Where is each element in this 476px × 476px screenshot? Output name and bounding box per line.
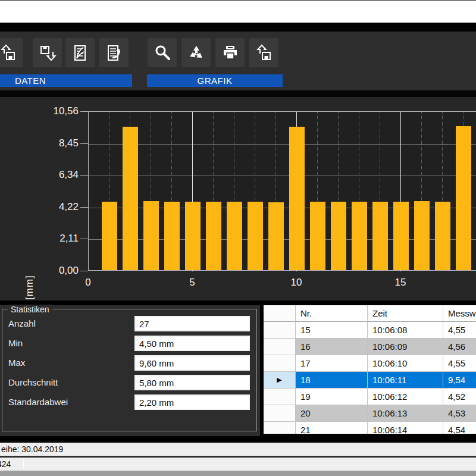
table-row[interactable]: ▶1810:06:119,54 [264, 372, 476, 389]
table-row[interactable]: 1510:06:084,55 [264, 322, 476, 339]
series-date-text: eihe: 30.04.2019 [1, 444, 63, 454]
chart-bar [289, 127, 305, 270]
status-separator [23, 459, 24, 469]
statistic-row: Durchschnitt [2, 375, 258, 390]
row-selector-cell[interactable] [264, 422, 296, 434]
y-tick-mark [80, 143, 88, 144]
statistic-row: Anzahl [2, 316, 258, 331]
chart-bar [185, 202, 201, 270]
row-selector-cell[interactable] [264, 322, 296, 339]
chart-bar [372, 202, 388, 270]
row-selector-cell[interactable] [264, 405, 296, 422]
table-cell: 10:06:14 [368, 422, 443, 434]
table-cell: 15 [296, 322, 368, 339]
statistic-value-field[interactable] [134, 355, 250, 371]
y-tick-mark [80, 175, 88, 176]
table-column-header[interactable]: Messwert [443, 305, 476, 322]
table-cell: 10:06:12 [368, 389, 443, 405]
device-text: 424 [0, 459, 11, 469]
row-selector-cell[interactable]: ▶ [264, 372, 296, 389]
recycle-icon [187, 43, 206, 62]
window-bottom-border [0, 471, 476, 476]
y-tick-mark [80, 271, 88, 271]
status-separator [64, 444, 64, 454]
toolbar: DATEN GRAFIK [0, 32, 476, 90]
chart-bar [352, 202, 367, 270]
export-data-button[interactable] [99, 38, 129, 67]
load-data-button[interactable] [0, 38, 23, 67]
row-selector-cell[interactable] [264, 389, 296, 405]
row-selector-cell[interactable] [264, 339, 296, 355]
statistics-groupbox: Statistiken AnzahlMinMaxDurchschnittStan… [2, 309, 257, 431]
chart-bar [268, 202, 284, 270]
chart-bar [248, 202, 263, 270]
chart-bar [310, 202, 325, 270]
table-cell: 17 [296, 355, 368, 372]
bottom-section: Statistiken AnzahlMinMaxDurchschnittStan… [0, 300, 476, 441]
status-bar-series: eihe: 30.04.2019 [0, 443, 476, 456]
print-button[interactable] [215, 38, 245, 67]
table-column-header[interactable]: Nr. [296, 305, 368, 322]
statistic-value-field[interactable] [134, 316, 250, 331]
measurement-chart: [mm] 0,002,114,226,348,4510,56051015 [0, 97, 476, 300]
table-row[interactable]: 2010:06:134,53 [264, 405, 476, 422]
statistics-title: Statistiken [8, 305, 52, 314]
statistic-row: Max [2, 355, 258, 371]
table-cell: 4,53 [443, 405, 476, 422]
table-cell: 4,54 [443, 422, 476, 434]
save-graphic-button[interactable] [249, 38, 278, 67]
zoom-button[interactable] [148, 38, 177, 67]
statistics-panel: Statistiken AnzahlMinMaxDurchschnittStan… [0, 305, 260, 436]
statistic-value-field[interactable] [134, 394, 250, 410]
statistic-label: Durchschnitt [8, 377, 58, 387]
table-cell: 19 [296, 389, 368, 405]
x-tick-label: 15 [386, 277, 415, 289]
chart-bar [206, 202, 221, 270]
table-cell: 4,52 [443, 389, 476, 405]
statistic-label: Min [8, 338, 23, 348]
chart-bar [393, 202, 409, 270]
table-cell: 4,56 [443, 339, 476, 355]
table-row[interactable]: 2110:06:144,54 [264, 422, 476, 434]
table-row[interactable]: 1910:06:124,52 [264, 389, 476, 405]
table-corner-header[interactable] [264, 305, 296, 322]
y-tick-label: 2,11 [48, 233, 79, 245]
y-tick-label: 6,34 [48, 169, 79, 181]
row-selector-cell[interactable] [264, 355, 296, 372]
separator [0, 23, 476, 32]
table-cell: 16 [296, 339, 368, 355]
delete-data-button[interactable] [65, 38, 95, 67]
statistic-value-field[interactable] [134, 375, 250, 390]
statistic-row: Min [2, 336, 258, 351]
menu-strip [0, 1, 476, 23]
separator [0, 90, 476, 97]
x-tick-label: 5 [177, 277, 207, 289]
statistic-label: Standardabwei [8, 397, 68, 407]
chart-bar [143, 201, 159, 270]
y-gridline [89, 176, 476, 176]
table-row[interactable]: 1710:06:104,55 [264, 355, 476, 372]
chart-bar [435, 202, 450, 270]
toolbar-group-label-grafik: GRAFIK [147, 74, 283, 87]
x-tick-label: 0 [73, 277, 103, 289]
table-cell: 10:06:11 [368, 372, 443, 389]
table-cell: 10:06:08 [368, 322, 443, 339]
document-arrow-icon [105, 43, 124, 62]
document-swoosh-icon [71, 43, 90, 62]
chart-bar [102, 202, 117, 270]
measurement-table: Nr.ZeitMesswert1510:06:084,551610:06:094… [264, 305, 476, 434]
chart-plot-area [88, 111, 476, 271]
statistic-value-field[interactable] [134, 336, 250, 351]
table-column-header[interactable]: Zeit [368, 305, 443, 322]
refresh-button[interactable] [181, 38, 211, 67]
table-cell: 20 [296, 405, 368, 422]
chart-bar [414, 201, 430, 270]
save-data-button[interactable] [33, 38, 62, 67]
printer-icon [221, 43, 240, 62]
table-row[interactable]: 1610:06:094,56 [264, 339, 476, 355]
statistic-label: Anzahl [8, 318, 36, 328]
y-tick-mark [80, 239, 88, 239]
statistic-row: Standardabwei [2, 394, 258, 410]
y-tick-label: 0,00 [48, 265, 79, 277]
y-tick-mark [80, 207, 88, 208]
